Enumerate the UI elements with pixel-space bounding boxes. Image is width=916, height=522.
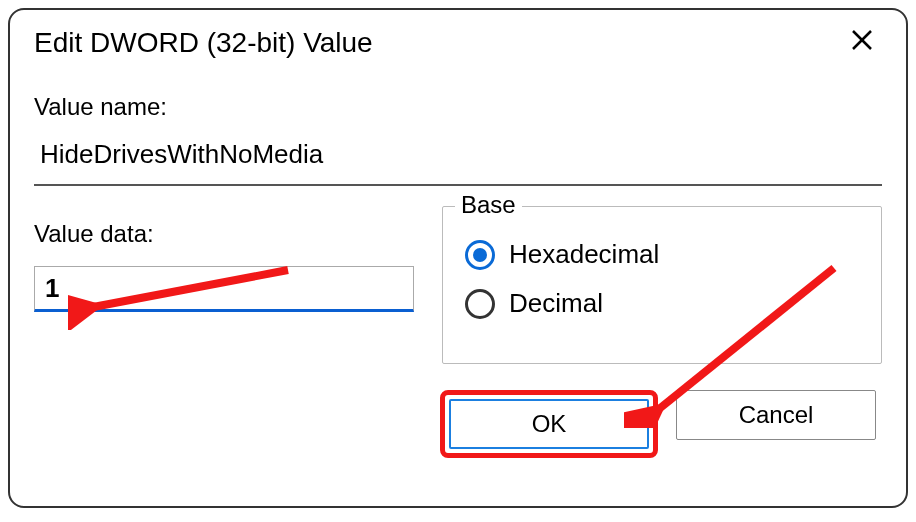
close-icon[interactable]: [842, 24, 882, 61]
value-data-label: Value data:: [34, 220, 414, 248]
button-row: OK Cancel: [34, 390, 882, 458]
radio-label: Hexadecimal: [509, 239, 659, 270]
value-name-text: HideDrivesWithNoMedia: [34, 135, 329, 174]
ok-highlight: OK: [440, 390, 658, 458]
edit-dword-dialog: Edit DWORD (32-bit) Value Value name: Hi…: [8, 8, 908, 508]
dialog-title: Edit DWORD (32-bit) Value: [34, 27, 373, 59]
radio-decimal[interactable]: Decimal: [465, 288, 859, 319]
base-group: Base Hexadecimal Decimal: [442, 206, 882, 364]
base-legend: Base: [455, 191, 522, 219]
radio-label: Decimal: [509, 288, 603, 319]
radio-hexadecimal[interactable]: Hexadecimal: [465, 239, 859, 270]
radio-icon: [465, 289, 495, 319]
ok-button[interactable]: OK: [449, 399, 649, 449]
dialog-titlebar: Edit DWORD (32-bit) Value: [34, 20, 882, 81]
value-data-input[interactable]: [34, 266, 414, 312]
cancel-button[interactable]: Cancel: [676, 390, 876, 440]
value-name-field[interactable]: HideDrivesWithNoMedia: [34, 135, 882, 186]
radio-icon: [465, 240, 495, 270]
value-name-label: Value name:: [34, 93, 882, 121]
